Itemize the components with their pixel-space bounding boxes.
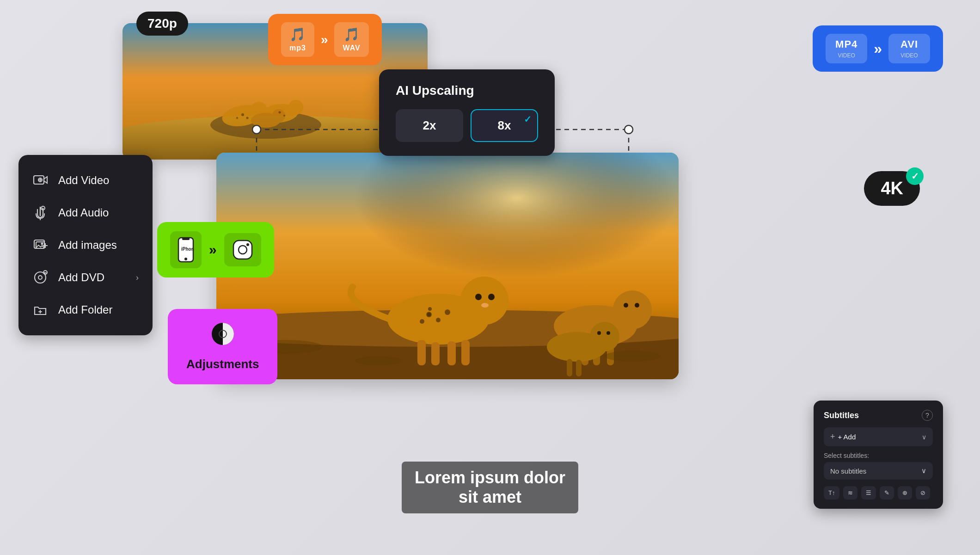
subtitles-title: Subtitles xyxy=(824,411,859,420)
conversion-arrow-video: » xyxy=(874,40,882,57)
menu-item-add-images[interactable]: Add images xyxy=(18,229,153,261)
svg-point-35 xyxy=(613,290,652,329)
check-icon: ✓ xyxy=(906,167,924,185)
instagram-box xyxy=(224,233,261,266)
format-box-avi: AVI VIDEO xyxy=(888,34,930,63)
toolbar-text-size[interactable]: T↑ xyxy=(824,486,839,500)
add-images-icon xyxy=(32,237,48,253)
svg-point-22 xyxy=(475,294,482,300)
svg-point-6 xyxy=(288,100,303,115)
svg-point-10 xyxy=(246,117,249,119)
add-subtitle-button[interactable]: + + Add xyxy=(830,432,856,442)
add-video-icon xyxy=(32,173,48,188)
svg-text:iPhone: iPhone xyxy=(181,247,194,252)
menu-item-add-dvd[interactable]: Add DVD › xyxy=(18,261,153,294)
svg-rect-31 xyxy=(431,342,440,365)
video-card-front xyxy=(216,153,679,379)
subtitles-add-row[interactable]: + + Add ∨ xyxy=(824,427,933,446)
svg-point-49 xyxy=(605,351,660,362)
add-dvd-label: Add DVD xyxy=(58,271,104,284)
svg-point-75 xyxy=(43,271,47,274)
svg-rect-30 xyxy=(417,340,426,365)
svg-point-38 xyxy=(427,313,431,316)
iphone-box: iPhone xyxy=(170,231,202,268)
wav-icon: 🎵 xyxy=(343,27,360,42)
svg-point-11 xyxy=(236,117,238,119)
svg-point-44 xyxy=(597,331,601,335)
toolbar-list[interactable]: ☰ xyxy=(861,486,876,500)
badge-iphone-to-instagram[interactable]: iPhone » xyxy=(157,222,274,278)
svg-point-37 xyxy=(635,303,639,308)
toolbar-align[interactable]: ≋ xyxy=(843,486,858,500)
add-dvd-icon xyxy=(32,270,48,285)
conversion-arrow-iphone: » xyxy=(209,242,217,258)
add-audio-label: Add Audio xyxy=(58,206,109,219)
svg-rect-46 xyxy=(567,359,572,376)
svg-point-9 xyxy=(241,113,244,116)
svg-point-82 xyxy=(184,258,187,260)
toolbar-add[interactable]: ⊕ xyxy=(898,486,912,500)
mp3-icon: 🎵 xyxy=(289,27,306,42)
svg-rect-33 xyxy=(461,340,470,365)
upscale-8x-button[interactable]: 8x xyxy=(471,109,538,142)
select-subtitles-label: Select subtitles: xyxy=(824,452,933,459)
toolbar-remove[interactable]: ⊘ xyxy=(916,486,930,500)
add-folder-icon xyxy=(32,302,48,318)
format-box-wav: 🎵 WAV xyxy=(334,22,368,57)
adjustments-icon xyxy=(211,322,235,352)
svg-point-26 xyxy=(436,318,441,322)
add-video-label: Add Video xyxy=(58,174,109,187)
toolbar-edit[interactable]: ✎ xyxy=(880,486,894,500)
menu-item-add-video[interactable]: Add Video xyxy=(18,164,153,197)
svg-point-13 xyxy=(283,115,285,117)
badge-720p: 720p xyxy=(136,12,188,36)
svg-point-12 xyxy=(279,111,281,114)
svg-point-8 xyxy=(272,109,285,122)
conversion-arrow: » xyxy=(321,32,328,47)
svg-point-70 xyxy=(41,243,43,245)
svg-point-45 xyxy=(606,331,610,335)
add-audio-icon xyxy=(32,205,48,221)
svg-point-23 xyxy=(488,294,495,300)
side-menu: Add Video Add Audio xyxy=(18,155,153,335)
badge-mp4-to-avi[interactable]: MP4 VIDEO » AVI VIDEO xyxy=(813,25,943,72)
svg-point-36 xyxy=(624,303,628,308)
expand-subtitles-icon[interactable]: ∨ xyxy=(922,433,926,441)
menu-item-add-folder[interactable]: Add Folder xyxy=(18,294,153,326)
svg-point-50 xyxy=(355,356,401,365)
svg-point-29 xyxy=(428,307,432,311)
subtitles-toolbar: T↑ ≋ ☰ ✎ ⊕ ⊘ xyxy=(824,486,933,500)
svg-point-27 xyxy=(445,309,450,315)
menu-item-add-audio[interactable]: Add Audio xyxy=(18,197,153,229)
upscale-options: 2x 8x xyxy=(396,109,538,142)
subtitles-select[interactable]: No subtitles ∨ xyxy=(824,462,933,480)
add-folder-label: Add Folder xyxy=(58,303,112,316)
format-box-mp4: MP4 VIDEO xyxy=(826,34,867,63)
upscale-2x-button[interactable]: 2x xyxy=(396,109,463,142)
svg-rect-47 xyxy=(576,360,582,376)
badge-4k: 4K ✓ xyxy=(864,171,920,206)
svg-rect-84 xyxy=(233,240,252,259)
ai-upscaling-card: AI Upscaling 2x 8x xyxy=(379,69,555,156)
subtitles-help-icon[interactable]: ? xyxy=(922,410,933,421)
svg-point-74 xyxy=(38,276,42,279)
dvd-arrow-icon: › xyxy=(136,273,139,283)
subtitles-panel: Subtitles ? + + Add ∨ Select subtitles: … xyxy=(814,401,943,509)
add-images-label: Add images xyxy=(58,239,117,252)
ai-upscaling-title: AI Upscaling xyxy=(396,83,538,98)
adjustments-label: Adjustments xyxy=(186,357,259,371)
format-box-mp3: 🎵 mp3 xyxy=(281,22,314,57)
svg-point-28 xyxy=(420,319,424,324)
svg-rect-32 xyxy=(447,341,456,365)
subtitle-overlay: Lorem ipsum dolorsit amet xyxy=(402,462,578,513)
svg-rect-81 xyxy=(182,238,190,240)
subtitles-dropdown-icon: ∨ xyxy=(921,467,926,475)
svg-point-19 xyxy=(460,277,508,325)
badge-mp3-to-wav[interactable]: 🎵 mp3 » 🎵 WAV xyxy=(268,14,382,65)
badge-adjustments[interactable]: Adjustments xyxy=(168,309,277,384)
svg-point-86 xyxy=(246,243,249,246)
svg-point-24 xyxy=(481,303,489,308)
subtitles-header: Subtitles ? xyxy=(824,410,933,421)
svg-point-43 xyxy=(590,322,619,352)
